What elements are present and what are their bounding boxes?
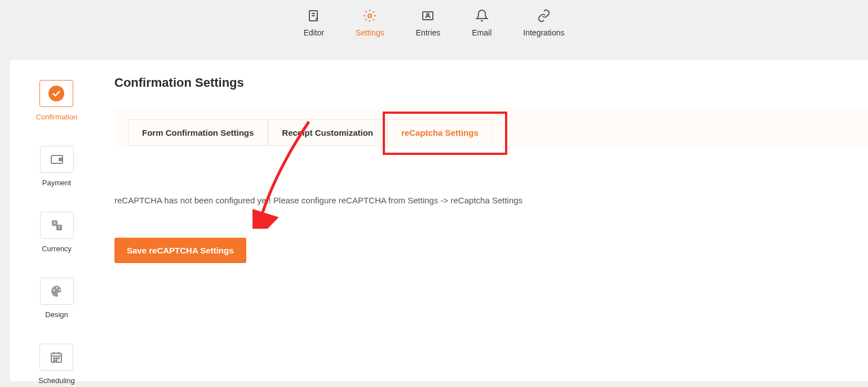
settings-icon	[363, 9, 377, 23]
nav-item-email[interactable]: Email	[472, 9, 491, 37]
currency-icon: A 文	[40, 212, 74, 239]
tab-panel: Form Confirmation Settings Receipt Custo…	[114, 107, 868, 146]
save-recaptcha-button[interactable]: Save reCAPTCHA Settings	[114, 238, 246, 263]
nav-label: Settings	[356, 28, 384, 37]
sidebar-item-design[interactable]: Design	[40, 278, 74, 319]
integrations-icon	[537, 9, 551, 23]
nav-item-settings[interactable]: Settings	[356, 9, 384, 37]
sidebar-label: Payment	[42, 179, 71, 187]
sidebar-item-payment[interactable]: Payment	[40, 146, 74, 187]
top-nav: Editor Settings Entries Email	[0, 0, 868, 60]
sidebar-label: Design	[45, 310, 68, 319]
entries-icon	[421, 9, 435, 23]
sidebar-item-confirmation[interactable]: Confirmation	[36, 80, 78, 121]
calendar-icon	[39, 344, 73, 371]
svg-point-3	[427, 14, 429, 16]
nav-label: Editor	[304, 28, 325, 37]
nav-label: Integrations	[523, 28, 564, 37]
sidebar: Confirmation Payment A 文 Curr	[10, 60, 103, 381]
sidebar-label: Currency	[42, 244, 72, 253]
check-icon	[39, 80, 73, 107]
nav-label: Entries	[416, 28, 441, 37]
editor-icon	[307, 9, 321, 23]
nav-label: Email	[472, 28, 491, 37]
svg-point-19	[54, 360, 55, 361]
page-title: Confirmation Settings	[114, 75, 868, 90]
tab-content: reCAPTCHA has not been configured yet! P…	[114, 146, 868, 263]
nav-item-editor[interactable]: Editor	[304, 9, 325, 37]
tab-recaptcha-settings[interactable]: reCaptcha Settings	[387, 119, 493, 146]
recaptcha-notice: reCAPTCHA has not been configured yet! P…	[114, 195, 868, 205]
svg-point-1	[368, 14, 371, 17]
svg-point-17	[56, 358, 57, 359]
svg-text:文: 文	[57, 225, 61, 229]
svg-point-4	[48, 86, 64, 101]
svg-point-16	[54, 358, 55, 359]
svg-point-7	[60, 159, 61, 160]
svg-point-20	[56, 360, 57, 361]
svg-point-14	[59, 290, 60, 291]
svg-point-13	[56, 287, 57, 289]
sidebar-item-currency[interactable]: A 文 Currency	[40, 212, 74, 253]
svg-point-18	[58, 358, 59, 359]
wallet-icon	[40, 146, 74, 173]
svg-point-12	[53, 290, 55, 291]
palette-icon	[40, 278, 74, 305]
content: Confirmation Settings Form Confirmation …	[103, 60, 868, 381]
tab-form-confirmation[interactable]: Form Confirmation Settings	[128, 119, 268, 146]
email-icon	[475, 9, 489, 23]
tabs-row: Form Confirmation Settings Receipt Custo…	[114, 107, 868, 146]
sidebar-label: Confirmation	[36, 113, 78, 121]
sidebar-label: Scheduling	[38, 376, 74, 385]
tab-receipt-customization[interactable]: Receipt Customization	[268, 119, 387, 146]
svg-text:A: A	[53, 221, 56, 225]
nav-item-integrations[interactable]: Integrations	[523, 9, 564, 37]
sidebar-item-scheduling[interactable]: Scheduling	[38, 344, 74, 385]
main-wrapper: Confirmation Payment A 文 Curr	[10, 60, 868, 381]
nav-item-entries[interactable]: Entries	[416, 9, 441, 37]
